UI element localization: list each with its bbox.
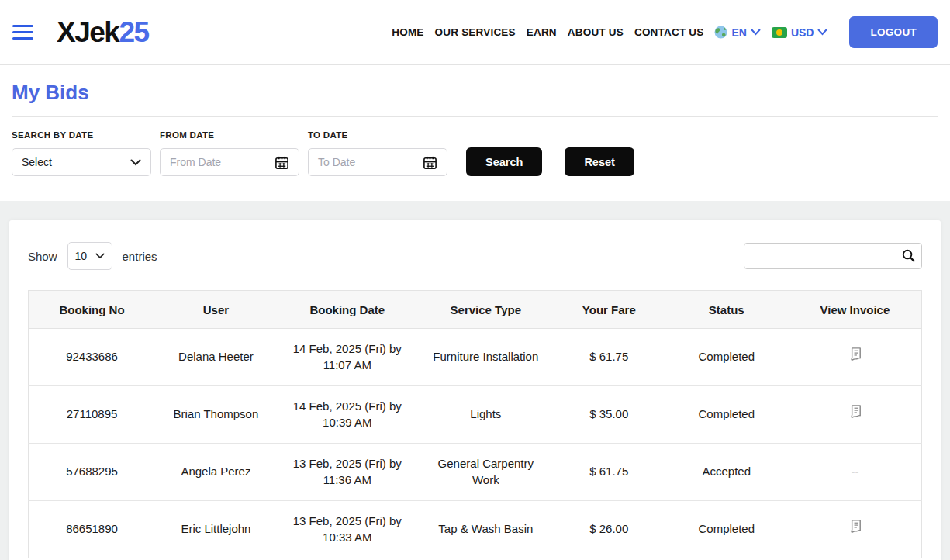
service-type-cell: Lights xyxy=(418,386,554,444)
service-type-cell: Tap & Wash Basin xyxy=(418,501,554,558)
search-button[interactable]: Search xyxy=(466,147,542,176)
booking-no-cell: 27110895 xyxy=(29,386,156,444)
user-cell: Eric Littlejohn xyxy=(155,501,277,558)
invoice-cell xyxy=(789,501,922,558)
booking-date-cell: 14 Feb, 2025 (Fri) by 10:39 AM xyxy=(277,386,418,444)
invoice-cell xyxy=(789,386,922,444)
app-header: XJek25 HOME OUR SERVICES EARN ABOUT US C… xyxy=(0,0,950,65)
booking-no-cell: 86651890 xyxy=(29,501,156,558)
invoice-icon[interactable] xyxy=(846,346,864,364)
booking-date-cell: 13 Feb, 2025 (Fri) by 11:36 AM xyxy=(277,444,418,501)
from-date-label: FROM DATE xyxy=(160,130,299,140)
fare-cell: $ 26.00 xyxy=(554,501,665,558)
chevron-down-icon xyxy=(130,159,141,166)
to-date-placeholder: To Date xyxy=(318,156,423,168)
page-title: My Bids xyxy=(12,81,938,105)
table-search xyxy=(744,243,922,269)
invoice-cell: -- xyxy=(789,444,922,501)
nav-link-contact-us[interactable]: CONTACT US xyxy=(634,26,704,38)
user-cell: Brian Thompson xyxy=(155,386,277,444)
hamburger-menu-icon[interactable] xyxy=(12,25,33,40)
chevron-down-icon xyxy=(817,29,827,36)
nav-link-home[interactable]: HOME xyxy=(392,26,423,38)
content-area: Show 10 entries xyxy=(0,201,950,560)
logo[interactable]: XJek25 xyxy=(57,16,149,49)
to-date-label: TO DATE xyxy=(308,130,447,140)
nav-link-our-services[interactable]: OUR SERVICES xyxy=(435,26,516,38)
column-header-booking-no: Booking No xyxy=(29,291,156,329)
filter-bar: SEARCH BY DATE Select FROM DATE From Dat… xyxy=(0,117,950,176)
globe-icon xyxy=(714,26,727,39)
status-cell: Completed xyxy=(665,386,789,444)
booking-date-cell: 13 Feb, 2025 (Fri) by 10:33 AM xyxy=(277,501,418,558)
invoice-empty: -- xyxy=(851,465,858,478)
logo-text-blue: 25 xyxy=(119,16,148,48)
language-label: EN xyxy=(731,26,746,39)
booking-no-cell: 92433686 xyxy=(29,329,156,386)
language-selector[interactable]: EN xyxy=(714,26,760,39)
user-cell: Delana Heeter xyxy=(155,329,277,386)
invoice-icon[interactable] xyxy=(846,518,864,536)
fare-cell: $ 35.00 xyxy=(554,386,665,444)
column-header-your-fare: Your Fare xyxy=(554,291,665,329)
to-date-input[interactable]: To Date xyxy=(308,148,447,176)
logout-button[interactable]: LOGOUT xyxy=(849,16,938,48)
calendar-icon[interactable] xyxy=(275,155,289,170)
search-by-date-select[interactable]: Select xyxy=(12,148,151,176)
currency-flag-icon xyxy=(772,27,787,38)
logo-text-dark: XJek xyxy=(57,16,119,48)
currency-selector[interactable]: USD xyxy=(772,26,828,39)
table-toolbar: Show 10 entries xyxy=(28,242,922,270)
page-size-select[interactable]: 10 xyxy=(67,242,112,270)
show-label: Show xyxy=(28,250,57,263)
column-header-user: User xyxy=(155,291,277,329)
table-row: 86651890 Eric Littlejohn 13 Feb, 2025 (F… xyxy=(29,501,922,558)
booking-date-cell: 14 Feb, 2025 (Fri) by 11:07 AM xyxy=(277,329,418,386)
search-by-date-value: Select xyxy=(22,156,130,168)
service-type-cell: General Carpentry Work xyxy=(418,444,554,501)
search-icon xyxy=(901,248,916,266)
nav-link-about-us[interactable]: ABOUT US xyxy=(568,26,624,38)
nav-link-earn[interactable]: EARN xyxy=(527,26,557,38)
page-size-value: 10 xyxy=(75,250,95,262)
status-cell: Completed xyxy=(665,501,789,558)
bids-table-body: 92433686 Delana Heeter 14 Feb, 2025 (Fri… xyxy=(29,329,922,558)
from-date-placeholder: From Date xyxy=(170,156,275,168)
booking-no-cell: 57688295 xyxy=(29,444,156,501)
table-row: 57688295 Angela Perez 13 Feb, 2025 (Fri)… xyxy=(29,444,922,501)
status-cell: Completed xyxy=(665,329,789,386)
fare-cell: $ 61.75 xyxy=(554,329,665,386)
bids-card: Show 10 entries xyxy=(9,220,941,560)
invoice-cell xyxy=(789,329,922,386)
user-cell: Angela Perez xyxy=(155,444,277,501)
service-type-cell: Furniture Installation xyxy=(418,329,554,386)
table-row: 27110895 Brian Thompson 14 Feb, 2025 (Fr… xyxy=(29,386,922,444)
column-header-service-type: Service Type xyxy=(418,291,554,329)
column-header-view-invoice: View Invoice xyxy=(789,291,922,329)
fare-cell: $ 61.75 xyxy=(554,444,665,501)
column-header-booking-date: Booking Date xyxy=(277,291,418,329)
page-top-section: My Bids SEARCH BY DATE Select FROM DATE … xyxy=(0,65,950,201)
currency-label: USD xyxy=(791,26,814,39)
from-date-input[interactable]: From Date xyxy=(160,148,299,176)
column-header-status: Status xyxy=(665,291,789,329)
entries-label: entries xyxy=(123,250,157,263)
calendar-icon[interactable] xyxy=(423,155,437,170)
status-cell: Accepted xyxy=(665,444,789,501)
chevron-down-icon xyxy=(751,29,761,36)
invoice-icon[interactable] xyxy=(846,403,864,421)
reset-button[interactable]: Reset xyxy=(565,147,634,176)
chevron-down-icon xyxy=(95,253,105,259)
bids-table: Booking No User Booking Date Service Typ… xyxy=(28,290,922,558)
table-row: 92433686 Delana Heeter 14 Feb, 2025 (Fri… xyxy=(29,329,922,386)
search-by-date-label: SEARCH BY DATE xyxy=(12,130,151,140)
main-nav: HOME OUR SERVICES EARN ABOUT US CONTACT … xyxy=(392,16,938,48)
table-search-input[interactable] xyxy=(744,243,922,269)
bids-table-head: Booking No User Booking Date Service Typ… xyxy=(29,291,922,329)
